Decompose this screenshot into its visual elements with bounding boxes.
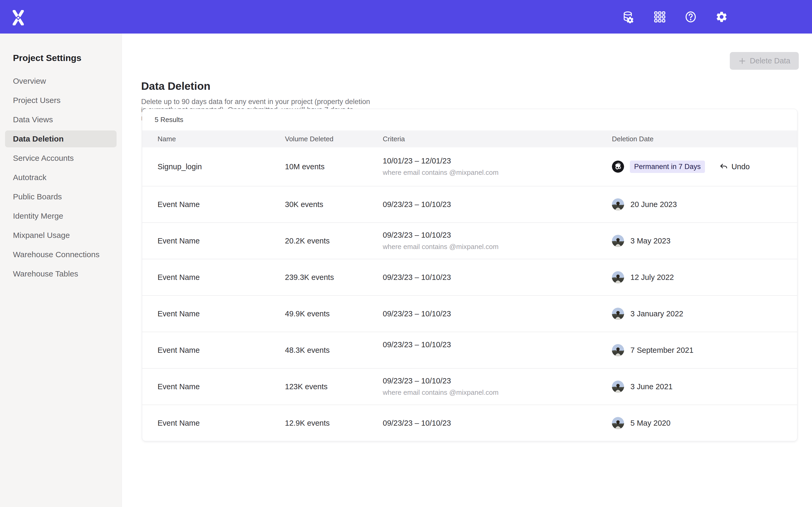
sidebar-item-data-views[interactable]: Data Views: [5, 111, 116, 128]
row-criteria: 09/23/23 – 10/10/23: [383, 231, 612, 239]
sidebar-item-service-accounts[interactable]: Service Accounts: [5, 150, 116, 167]
sidebar-item-mixpanel-usage[interactable]: Mixpanel Usage: [5, 227, 116, 244]
undo-button-label: Undo: [731, 162, 750, 171]
row-volume: 239.3K events: [285, 273, 383, 282]
photo-avatar: [612, 344, 624, 356]
sidebar-item-warehouse-tables[interactable]: Warehouse Tables: [5, 265, 116, 282]
row-volume: 10M events: [285, 162, 383, 171]
sidebar-item-data-deletion[interactable]: Data Deletion: [5, 130, 116, 147]
delete-data-button[interactable]: Delete Data: [730, 52, 799, 70]
row-criteria-sub: [383, 352, 612, 360]
photo-avatar: [612, 307, 624, 320]
table-body: Signup_login 10M events 10/01/23 – 12/01…: [142, 147, 797, 441]
sidebar-item-label: Autotrack: [13, 173, 47, 182]
row-name: Event Name: [158, 273, 285, 282]
row-volume: 12.9K events: [285, 419, 383, 428]
column-header-name: Name: [158, 135, 285, 143]
page-title: Data Deletion: [141, 80, 210, 93]
row-deletion-cell: 3 June 2021: [612, 381, 797, 393]
row-name: Event Name: [158, 237, 285, 245]
sidebar-item-label: Data Deletion: [13, 134, 64, 144]
sidebar-item-project-users[interactable]: Project Users: [5, 92, 116, 109]
mixpanel-logo-icon[interactable]: [12, 10, 25, 24]
table-header-row: Name Volume Deleted Criteria Deletion Da…: [142, 130, 797, 147]
row-deletion-cell: 20 June 2023: [612, 198, 797, 211]
sidebar-item-label: Identity Merge: [13, 212, 63, 221]
table-row: Event Name 123K events 09/23/23 – 10/10/…: [142, 368, 797, 404]
deletion-date: 3 June 2021: [630, 382, 673, 391]
sidebar-item-label: Mixpanel Usage: [13, 231, 70, 240]
photo-avatar: [612, 235, 624, 247]
sidebar-item-autotrack[interactable]: Autotrack: [5, 169, 116, 186]
table-row: Event Name 20.2K events 09/23/23 – 10/10…: [142, 222, 797, 259]
column-header-volume: Volume Deleted: [285, 135, 383, 143]
sidebar-item-label: Public Boards: [13, 192, 62, 201]
row-name: Event Name: [158, 382, 285, 391]
data-settings-icon[interactable]: [622, 11, 635, 23]
sidebar-item-identity-merge[interactable]: Identity Merge: [5, 208, 116, 224]
table-row: Event Name 239.3K events 09/23/23 – 10/1…: [142, 259, 797, 295]
status-badge: Permanent in 7 Days: [630, 161, 705, 173]
undo-icon: [719, 162, 728, 171]
sidebar-item-label: Project Users: [13, 96, 60, 105]
row-volume: 49.9K events: [285, 309, 383, 318]
deletion-date: 3 January 2022: [630, 309, 683, 318]
row-name: Event Name: [158, 309, 285, 318]
illustration-avatar: [612, 161, 624, 173]
row-criteria: 09/23/23 – 10/10/23: [383, 309, 612, 318]
undo-button[interactable]: Undo: [719, 162, 750, 171]
sidebar-item-warehouse-connections[interactable]: Warehouse Connections: [5, 246, 116, 263]
sidebar-nav: Overview Project Users Data Views Data D…: [0, 73, 121, 282]
sidebar-item-overview[interactable]: Overview: [5, 73, 116, 90]
table-row: Event Name 49.9K events 09/23/23 – 10/10…: [142, 295, 797, 332]
plus-icon: [738, 57, 746, 65]
row-criteria: 09/23/23 – 10/10/23: [383, 200, 612, 209]
sidebar-item-public-boards[interactable]: Public Boards: [5, 188, 116, 205]
row-name: Event Name: [158, 419, 285, 428]
row-deletion-cell: 5 May 2020: [612, 417, 797, 429]
row-deletion-cell: 3 January 2022: [612, 307, 797, 320]
table-row: Event Name 12.9K events 09/23/23 – 10/10…: [142, 404, 797, 441]
row-deletion-cell: 3 May 2023: [612, 235, 797, 247]
settings-gear-icon[interactable]: [715, 11, 728, 23]
row-criteria-sub: where email contains @mixpanel.com: [383, 388, 612, 397]
photo-avatar: [612, 417, 624, 429]
sidebar-item-label: Overview: [13, 76, 46, 86]
row-criteria: 09/23/23 – 10/10/23: [383, 340, 612, 349]
deletion-date: 20 June 2023: [630, 200, 677, 209]
deletion-date: 5 May 2020: [630, 419, 671, 428]
photo-avatar: [612, 198, 624, 211]
apps-grid-icon[interactable]: [653, 11, 666, 23]
row-criteria-sub: where email contains @mixpanel.com: [383, 168, 612, 177]
row-criteria: 09/23/23 – 10/10/23: [383, 377, 612, 385]
main-content: Data Deletion Delete up to 90 days data …: [122, 34, 812, 507]
photo-avatar: [612, 271, 624, 283]
deletion-date: 12 July 2022: [630, 273, 674, 282]
results-count: 5 Results: [142, 109, 797, 130]
sidebar-item-label: Service Accounts: [13, 154, 74, 163]
row-name: Event Name: [158, 346, 285, 355]
column-header-deletion-date: Deletion Date: [612, 135, 797, 143]
sidebar-item-label: Warehouse Tables: [13, 269, 78, 278]
sidebar-title: Project Settings: [0, 53, 121, 63]
row-criteria: 10/01/23 – 12/01/23: [383, 157, 612, 165]
row-name: Signup_login: [158, 162, 285, 171]
row-volume: 20.2K events: [285, 237, 383, 245]
row-criteria: 09/23/23 – 10/10/23: [383, 419, 612, 428]
help-icon[interactable]: [684, 11, 697, 23]
sidebar-item-label: Data Views: [13, 115, 53, 124]
row-deletion-cell: Permanent in 7 Days Undo: [612, 161, 797, 173]
settings-sidebar: Project Settings Overview Project Users …: [0, 34, 122, 507]
deletion-date: 7 September 2021: [630, 346, 694, 355]
row-deletion-cell: 12 July 2022: [612, 271, 797, 283]
table-row: Signup_login 10M events 10/01/23 – 12/01…: [142, 147, 797, 186]
column-header-criteria: Criteria: [383, 135, 612, 143]
row-name: Event Name: [158, 200, 285, 209]
deletion-date: 3 May 2023: [630, 237, 671, 245]
delete-data-button-label: Delete Data: [750, 57, 790, 65]
photo-avatar: [612, 381, 624, 393]
topbar-icon-group: [622, 0, 728, 34]
row-volume: 123K events: [285, 382, 383, 391]
table-row: Event Name 48.3K events 09/23/23 – 10/10…: [142, 332, 797, 368]
table-row: Event Name 30K events 09/23/23 – 10/10/2…: [142, 186, 797, 222]
